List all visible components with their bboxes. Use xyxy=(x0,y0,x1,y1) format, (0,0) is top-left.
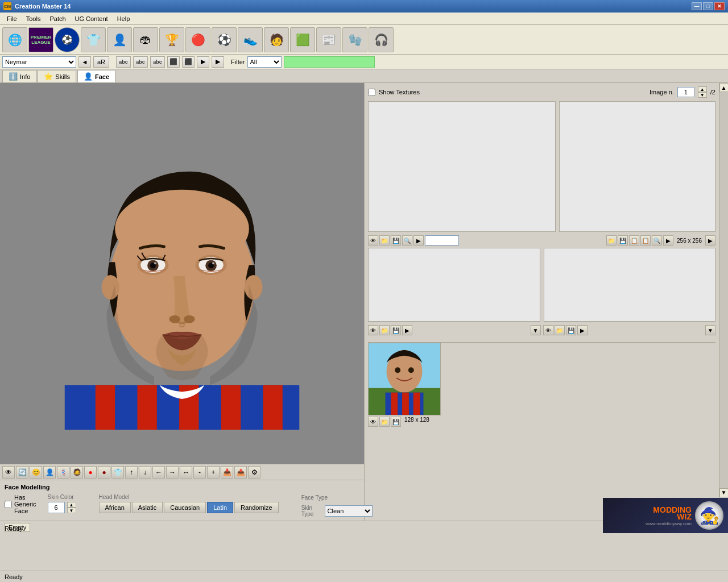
face-tool-arrow-left-icon[interactable]: ← xyxy=(152,466,165,479)
icon-btn-1[interactable]: ⬛ xyxy=(167,56,180,68)
skin-color-down-button[interactable]: ▼ xyxy=(67,508,76,513)
skin-type-select[interactable]: Clean xyxy=(325,505,373,517)
texture-box-main[interactable] xyxy=(368,101,556,232)
shirt-icon[interactable]: 👕 xyxy=(81,27,106,52)
icon-btn-4[interactable]: ▶ xyxy=(212,56,224,68)
face-tool-head-icon[interactable]: 👤 xyxy=(43,466,56,479)
tex2-export-icon[interactable]: ▶ xyxy=(402,325,412,335)
filter-select[interactable]: All xyxy=(247,56,282,68)
face-tool-shirt-icon[interactable]: 👕 xyxy=(111,466,124,479)
texture-box-small-1[interactable] xyxy=(368,248,540,322)
preview-tool-3[interactable]: 💾 xyxy=(391,417,401,427)
player-face-icon[interactable]: 👤 xyxy=(107,27,132,52)
tab-info[interactable]: ℹ️ Info xyxy=(2,70,36,82)
african-button[interactable]: African xyxy=(99,502,131,513)
tex3-save-icon[interactable]: 💾 xyxy=(566,325,576,335)
icon-btn-2[interactable]: ⬛ xyxy=(182,56,195,68)
menu-patch[interactable]: Patch xyxy=(45,14,70,23)
icon-btn-3[interactable]: ▶ xyxy=(197,56,209,68)
skin-color-input[interactable]: 6 xyxy=(48,502,65,513)
face-tool-settings-icon[interactable]: ⚙ xyxy=(248,466,260,479)
tex3-eye-icon[interactable]: 👁 xyxy=(543,325,553,335)
tex2-eye-icon[interactable]: 👁 xyxy=(368,325,378,335)
face-tool-arrow-down-icon[interactable]: ↓ xyxy=(139,466,151,479)
tex-folder-icon[interactable]: 📁 xyxy=(379,235,390,246)
preview-image-box[interactable] xyxy=(368,343,441,415)
image-n-input[interactable] xyxy=(677,87,694,97)
scroll-up-button[interactable]: ▲ xyxy=(719,83,729,92)
face-tool-arrow-up-icon[interactable]: ↑ xyxy=(125,466,138,479)
boots-icon[interactable]: 👟 xyxy=(238,27,263,52)
close-button[interactable]: ✕ xyxy=(714,2,725,10)
face-tool-arrow-right-icon[interactable]: → xyxy=(166,466,179,479)
abc-button-1[interactable]: abc xyxy=(116,56,131,68)
tex2-save-icon[interactable]: 💾 xyxy=(391,325,401,335)
gloves-icon[interactable]: 🧤 xyxy=(342,27,367,52)
face-tool-flip-icon[interactable]: ↔ xyxy=(180,466,192,479)
premier-league-icon[interactable]: PREMIER LEAGUE xyxy=(28,27,53,52)
skin-color-up-button[interactable]: ▲ xyxy=(67,502,76,508)
face-tool-color2-icon[interactable]: ● xyxy=(98,466,110,479)
preview-tool-1[interactable]: 👁 xyxy=(368,417,378,427)
face-tool-hair-icon[interactable]: 💈 xyxy=(57,466,69,479)
patch-icon[interactable]: 🔴 xyxy=(185,27,210,52)
generic-face-check[interactable] xyxy=(5,501,12,508)
face-tool-export-icon[interactable]: 📤 xyxy=(234,466,247,479)
tex-btn-r1-6[interactable]: ▶ xyxy=(663,235,673,246)
abc-button-3[interactable]: abc xyxy=(150,56,165,68)
menu-ug-content[interactable]: UG Content xyxy=(71,14,113,23)
face-tool-zoom-out-icon[interactable]: - xyxy=(193,466,206,479)
globe-icon[interactable]: 🌐 xyxy=(2,27,27,52)
newspaper-icon[interactable]: 📰 xyxy=(316,27,341,52)
has-generic-face-checkbox[interactable]: Has Generic Face xyxy=(5,494,36,514)
face-tool-refresh-icon[interactable]: 🔄 xyxy=(16,466,28,479)
tex-btn-r1-4[interactable]: 📋 xyxy=(640,235,651,246)
pitch-icon[interactable]: 🟩 xyxy=(290,27,315,52)
menu-file[interactable]: File xyxy=(2,14,22,23)
face-tool-eye-icon[interactable]: 👁 xyxy=(2,466,15,479)
preview-tool-2[interactable]: 📁 xyxy=(379,417,390,427)
tex-export-icon[interactable]: ▶ xyxy=(413,235,424,246)
headphones-icon[interactable]: 🎧 xyxy=(369,27,394,52)
face-tool-zoom-in-icon[interactable]: + xyxy=(207,466,220,479)
latin-button[interactable]: Latin xyxy=(207,502,233,513)
image-n-down-button[interactable]: ▼ xyxy=(698,92,707,98)
abc-button-2[interactable]: abc xyxy=(133,56,148,68)
player-select[interactable]: Neymar xyxy=(2,56,76,68)
asiatic-button[interactable]: Asiatic xyxy=(132,502,163,513)
search-bar[interactable] xyxy=(284,56,375,68)
manager-icon[interactable]: 🧑 xyxy=(264,27,289,52)
tex-btn-r1-5[interactable]: 🔍 xyxy=(652,235,662,246)
show-textures-check[interactable] xyxy=(368,89,375,96)
stadium-icon[interactable]: 🏟 xyxy=(133,27,158,52)
barcelona-icon[interactable]: ⚽ xyxy=(55,27,80,52)
tex3-dropdown-icon[interactable]: ▼ xyxy=(705,325,715,335)
image-n-up-button[interactable]: ▲ xyxy=(698,86,707,92)
tex2-dropdown-icon[interactable]: ▼ xyxy=(531,325,541,335)
face-tool-import-icon[interactable]: 📥 xyxy=(221,466,233,479)
texture-box-small-2[interactable] xyxy=(544,248,716,322)
face-tool-face-icon[interactable]: 😊 xyxy=(30,466,42,479)
ball-icon[interactable]: ⚽ xyxy=(212,27,237,52)
tex-eye-icon[interactable]: 👁 xyxy=(368,235,378,246)
maximize-button[interactable]: □ xyxy=(703,2,713,10)
menu-tools[interactable]: Tools xyxy=(22,14,46,23)
scroll-down-button[interactable]: ▼ xyxy=(719,488,729,497)
menu-help[interactable]: Help xyxy=(113,14,135,23)
minimize-button[interactable]: — xyxy=(692,2,702,10)
tex-name-input[interactable] xyxy=(425,235,459,246)
tex3-export-icon[interactable]: ▶ xyxy=(577,325,588,335)
ar-button[interactable]: aR xyxy=(93,56,109,68)
worldcup-icon[interactable]: 🏆 xyxy=(159,27,184,52)
search-input[interactable] xyxy=(284,57,374,67)
nav-prev-button[interactable]: ◄ xyxy=(78,56,91,68)
tex-save-icon[interactable]: 💾 xyxy=(391,235,401,246)
tex2-folder-icon[interactable]: 📁 xyxy=(379,325,390,335)
face-tool-color1-icon[interactable]: ● xyxy=(84,466,97,479)
caucasian-button[interactable]: Caucasian xyxy=(164,502,206,513)
tex-zoom-icon[interactable]: 🔍 xyxy=(402,235,412,246)
randomize-button[interactable]: Randomize xyxy=(234,502,279,513)
tex-btn-r1-2[interactable]: 💾 xyxy=(618,235,628,246)
tex3-folder-icon[interactable]: 📁 xyxy=(555,325,565,335)
scroll-track[interactable] xyxy=(719,92,728,488)
